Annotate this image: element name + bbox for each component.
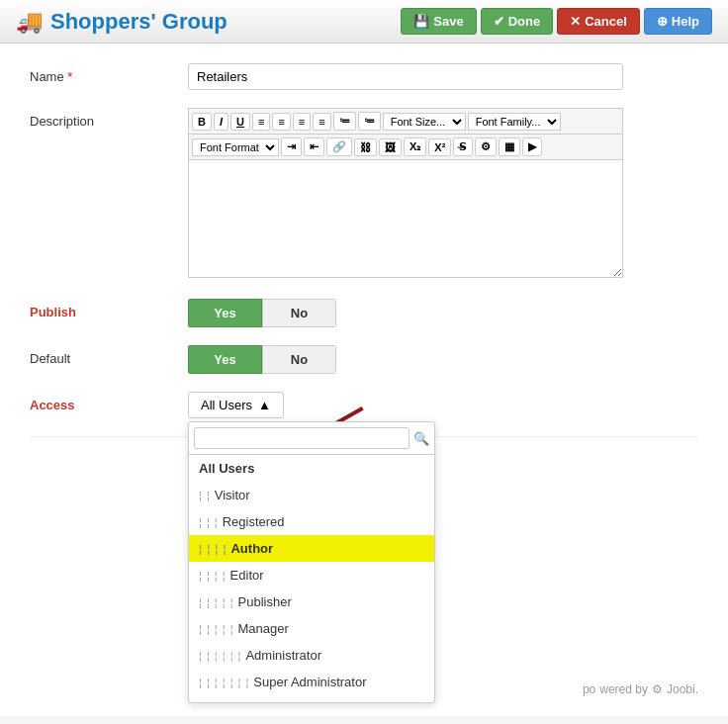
ul-button[interactable]: ≔ bbox=[333, 112, 356, 131]
dropdown-search-input[interactable] bbox=[194, 427, 410, 449]
default-label: Default bbox=[30, 345, 188, 366]
dropdown-item[interactable]: ¦ ¦ ¦ ¦ ¦ Publisher bbox=[189, 588, 434, 615]
indent-button[interactable]: ⇥ bbox=[281, 137, 302, 156]
access-dropdown-button[interactable]: All Users ▲ bbox=[188, 392, 284, 418]
name-label: Name bbox=[30, 63, 188, 84]
default-toggle: Yes No bbox=[188, 345, 336, 374]
cancel-button[interactable]: ✕ Cancel bbox=[557, 8, 640, 35]
dropdown-item[interactable]: ¦ ¦ ¦ ¦ ¦ Manager bbox=[189, 615, 434, 642]
search-icon: 🔍 bbox=[413, 431, 429, 446]
app-title: Shoppers' Group bbox=[50, 9, 228, 35]
align-center-button[interactable]: ≡ bbox=[272, 113, 290, 131]
description-label: Description bbox=[30, 108, 188, 129]
outdent-button[interactable]: ⇤ bbox=[304, 137, 324, 156]
strikethrough-button[interactable]: S̶ bbox=[453, 137, 473, 156]
footer-note: po wered by ⚙ Joobi. bbox=[583, 682, 698, 696]
save-button[interactable]: 💾 Save bbox=[401, 8, 476, 35]
default-yes-button[interactable]: Yes bbox=[188, 345, 262, 374]
image-button[interactable]: 🖼 bbox=[379, 138, 402, 156]
access-label: Access bbox=[30, 392, 188, 412]
dropdown-item[interactable]: ¦ ¦ ¦ ¦ Author bbox=[189, 535, 434, 562]
publish-toggle: Yes No bbox=[188, 299, 336, 327]
done-button[interactable]: ✔ Done bbox=[481, 8, 554, 35]
description-editor: B I U ≡ ≡ ≡ ≡ ≔ ≔ Font Size... Font Fami… bbox=[188, 108, 623, 281]
name-row: Name bbox=[30, 63, 698, 90]
access-current-value: All Users bbox=[201, 398, 252, 412]
dropdown-item[interactable]: ¦ ¦ ¦ ¦ Supplier bbox=[189, 695, 434, 702]
italic-button[interactable]: I bbox=[214, 113, 228, 131]
x-icon: ✕ bbox=[570, 14, 581, 29]
publish-yes-button[interactable]: Yes bbox=[188, 299, 262, 327]
dropdown-item[interactable]: ¦ ¦ ¦ ¦ ¦ ¦ Administrator bbox=[189, 642, 434, 669]
name-field-wrapper bbox=[188, 63, 623, 90]
form-content: Name Description B I U ≡ ≡ ≡ ≡ ≔ ≔ Font … bbox=[0, 44, 728, 716]
table-button[interactable]: ▦ bbox=[499, 137, 520, 156]
font-format-select[interactable]: Font Format bbox=[192, 138, 279, 156]
dropdown-item[interactable]: ¦ ¦ Visitor bbox=[189, 482, 434, 508]
media-button[interactable]: ▶ bbox=[522, 137, 542, 156]
header-actions: 💾 Save ✔ Done ✕ Cancel ⊕ Help bbox=[401, 8, 712, 35]
app-logo: 🚚 Shoppers' Group bbox=[16, 9, 228, 35]
access-dropdown-menu: 🔍 All Users¦ ¦ Visitor¦ ¦ ¦ Registered¦ … bbox=[188, 421, 435, 703]
superscript-button[interactable]: X² bbox=[428, 138, 451, 156]
description-textarea[interactable] bbox=[188, 159, 623, 278]
ol-button[interactable]: ≔ bbox=[358, 112, 381, 131]
default-no-button[interactable]: No bbox=[262, 345, 336, 374]
save-icon: 💾 bbox=[413, 14, 429, 29]
default-row: Default Yes No bbox=[30, 345, 698, 374]
check-icon: ✔ bbox=[494, 14, 504, 29]
access-wrapper: All Users ▲ 🔍 All Users¦ ¦ Visitor¦ ¦ ¦ … bbox=[188, 392, 623, 418]
help-button[interactable]: ⊕ Help bbox=[644, 8, 712, 35]
publish-label: Publish bbox=[30, 299, 188, 319]
source-button[interactable]: ⚙ bbox=[475, 137, 497, 156]
description-row: Description B I U ≡ ≡ ≡ ≡ ≔ ≔ Font Size.… bbox=[30, 108, 698, 281]
joobi-icon: ⚙ bbox=[652, 682, 663, 696]
header: 🚚 Shoppers' Group 💾 Save ✔ Done ✕ Cancel… bbox=[0, 0, 728, 44]
dropdown-item[interactable]: All Users bbox=[189, 455, 434, 482]
help-icon: ⊕ bbox=[657, 14, 668, 29]
font-size-select[interactable]: Font Size... bbox=[383, 113, 466, 131]
truck-icon: 🚚 bbox=[16, 9, 43, 35]
dropdown-item[interactable]: ¦ ¦ ¦ ¦ ¦ ¦ ¦ Super Administrator bbox=[189, 669, 434, 695]
subscript-button[interactable]: X₂ bbox=[404, 137, 426, 156]
align-left-button[interactable]: ≡ bbox=[252, 113, 270, 131]
editor-toolbar-row2: Font Format ⇥ ⇤ 🔗 ⛓ 🖼 X₂ X² S̶ ⚙ ▦ ▶ bbox=[188, 134, 623, 159]
underline-button[interactable]: U bbox=[230, 113, 250, 131]
dropdown-item[interactable]: ¦ ¦ ¦ ¦ Editor bbox=[189, 562, 434, 588]
align-right-button[interactable]: ≡ bbox=[293, 113, 311, 131]
link-button[interactable]: 🔗 bbox=[326, 137, 352, 156]
dropdown-item[interactable]: ¦ ¦ ¦ Registered bbox=[189, 508, 434, 535]
editor-toolbar-row1: B I U ≡ ≡ ≡ ≡ ≔ ≔ Font Size... Font Fami… bbox=[188, 108, 623, 134]
access-row: Access All Users ▲ 🔍 All Users¦ ¦ Visito… bbox=[30, 392, 698, 418]
unlink-button[interactable]: ⛓ bbox=[354, 138, 377, 156]
publish-no-button[interactable]: No bbox=[262, 299, 336, 327]
dropdown-list[interactable]: All Users¦ ¦ Visitor¦ ¦ ¦ Registered¦ ¦ … bbox=[189, 455, 434, 702]
access-dropdown-wrapper: All Users ▲ 🔍 All Users¦ ¦ Visitor¦ ¦ ¦ … bbox=[188, 392, 284, 418]
bold-button[interactable]: B bbox=[192, 113, 212, 131]
caret-up-icon: ▲ bbox=[258, 398, 271, 412]
font-family-select[interactable]: Font Family... bbox=[468, 113, 561, 131]
justify-button[interactable]: ≡ bbox=[313, 113, 330, 131]
dropdown-search-bar: 🔍 bbox=[189, 422, 434, 455]
publish-row: Publish Yes No bbox=[30, 299, 698, 327]
name-input[interactable] bbox=[188, 63, 623, 90]
